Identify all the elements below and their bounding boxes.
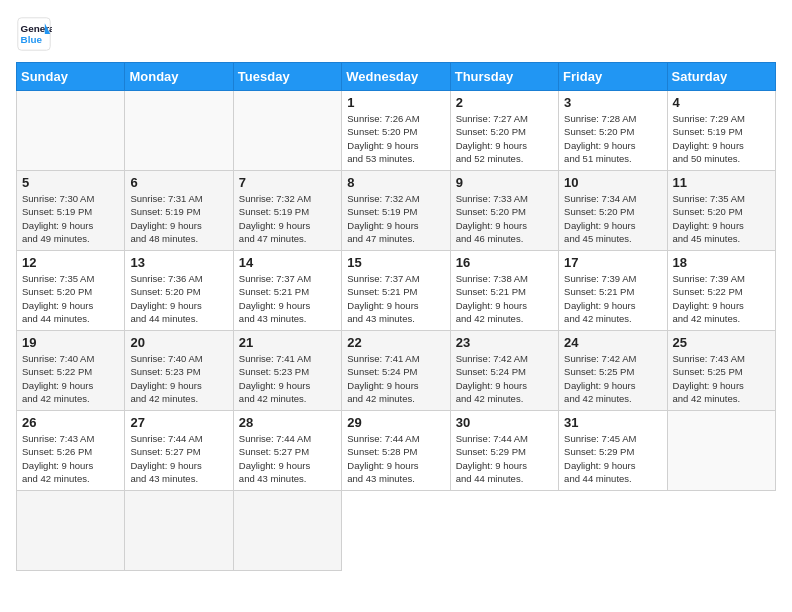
calendar-day: 8Sunrise: 7:32 AM Sunset: 5:19 PM Daylig… xyxy=(342,171,450,251)
calendar-day xyxy=(125,91,233,171)
calendar-day: 13Sunrise: 7:36 AM Sunset: 5:20 PM Dayli… xyxy=(125,251,233,331)
calendar-day: 29Sunrise: 7:44 AM Sunset: 5:28 PM Dayli… xyxy=(342,411,450,491)
day-number: 10 xyxy=(564,175,661,190)
weekday-header-thursday: Thursday xyxy=(450,63,558,91)
day-info: Sunrise: 7:41 AM Sunset: 5:23 PM Dayligh… xyxy=(239,352,336,405)
day-number: 3 xyxy=(564,95,661,110)
calendar-day: 2Sunrise: 7:27 AM Sunset: 5:20 PM Daylig… xyxy=(450,91,558,171)
calendar-day: 9Sunrise: 7:33 AM Sunset: 5:20 PM Daylig… xyxy=(450,171,558,251)
calendar-day: 3Sunrise: 7:28 AM Sunset: 5:20 PM Daylig… xyxy=(559,91,667,171)
calendar-day: 30Sunrise: 7:44 AM Sunset: 5:29 PM Dayli… xyxy=(450,411,558,491)
day-info: Sunrise: 7:45 AM Sunset: 5:29 PM Dayligh… xyxy=(564,432,661,485)
day-number: 31 xyxy=(564,415,661,430)
calendar-day xyxy=(667,411,775,491)
day-info: Sunrise: 7:35 AM Sunset: 5:20 PM Dayligh… xyxy=(22,272,119,325)
calendar-day: 20Sunrise: 7:40 AM Sunset: 5:23 PM Dayli… xyxy=(125,331,233,411)
day-info: Sunrise: 7:40 AM Sunset: 5:22 PM Dayligh… xyxy=(22,352,119,405)
day-number: 5 xyxy=(22,175,119,190)
calendar-day: 18Sunrise: 7:39 AM Sunset: 5:22 PM Dayli… xyxy=(667,251,775,331)
day-info: Sunrise: 7:27 AM Sunset: 5:20 PM Dayligh… xyxy=(456,112,553,165)
day-info: Sunrise: 7:42 AM Sunset: 5:25 PM Dayligh… xyxy=(564,352,661,405)
day-info: Sunrise: 7:40 AM Sunset: 5:23 PM Dayligh… xyxy=(130,352,227,405)
calendar-day xyxy=(233,91,341,171)
day-number: 20 xyxy=(130,335,227,350)
day-number: 21 xyxy=(239,335,336,350)
calendar-day: 28Sunrise: 7:44 AM Sunset: 5:27 PM Dayli… xyxy=(233,411,341,491)
day-info: Sunrise: 7:37 AM Sunset: 5:21 PM Dayligh… xyxy=(239,272,336,325)
day-number: 7 xyxy=(239,175,336,190)
day-number: 13 xyxy=(130,255,227,270)
day-info: Sunrise: 7:36 AM Sunset: 5:20 PM Dayligh… xyxy=(130,272,227,325)
weekday-header-monday: Monday xyxy=(125,63,233,91)
day-info: Sunrise: 7:30 AM Sunset: 5:19 PM Dayligh… xyxy=(22,192,119,245)
calendar-day: 4Sunrise: 7:29 AM Sunset: 5:19 PM Daylig… xyxy=(667,91,775,171)
calendar-day: 12Sunrise: 7:35 AM Sunset: 5:20 PM Dayli… xyxy=(17,251,125,331)
day-number: 16 xyxy=(456,255,553,270)
day-number: 15 xyxy=(347,255,444,270)
weekday-header-wednesday: Wednesday xyxy=(342,63,450,91)
weekday-header-friday: Friday xyxy=(559,63,667,91)
calendar-day: 24Sunrise: 7:42 AM Sunset: 5:25 PM Dayli… xyxy=(559,331,667,411)
day-number: 11 xyxy=(673,175,770,190)
day-number: 6 xyxy=(130,175,227,190)
calendar-day: 17Sunrise: 7:39 AM Sunset: 5:21 PM Dayli… xyxy=(559,251,667,331)
day-info: Sunrise: 7:44 AM Sunset: 5:28 PM Dayligh… xyxy=(347,432,444,485)
day-number: 22 xyxy=(347,335,444,350)
calendar-day xyxy=(17,91,125,171)
calendar-day: 22Sunrise: 7:41 AM Sunset: 5:24 PM Dayli… xyxy=(342,331,450,411)
day-number: 19 xyxy=(22,335,119,350)
day-info: Sunrise: 7:39 AM Sunset: 5:22 PM Dayligh… xyxy=(673,272,770,325)
day-info: Sunrise: 7:38 AM Sunset: 5:21 PM Dayligh… xyxy=(456,272,553,325)
calendar-day: 14Sunrise: 7:37 AM Sunset: 5:21 PM Dayli… xyxy=(233,251,341,331)
day-number: 26 xyxy=(22,415,119,430)
day-number: 8 xyxy=(347,175,444,190)
calendar-day: 15Sunrise: 7:37 AM Sunset: 5:21 PM Dayli… xyxy=(342,251,450,331)
calendar-day: 10Sunrise: 7:34 AM Sunset: 5:20 PM Dayli… xyxy=(559,171,667,251)
day-info: Sunrise: 7:33 AM Sunset: 5:20 PM Dayligh… xyxy=(456,192,553,245)
day-info: Sunrise: 7:44 AM Sunset: 5:27 PM Dayligh… xyxy=(239,432,336,485)
header: General Blue xyxy=(16,16,776,52)
day-number: 17 xyxy=(564,255,661,270)
day-info: Sunrise: 7:28 AM Sunset: 5:20 PM Dayligh… xyxy=(564,112,661,165)
day-number: 12 xyxy=(22,255,119,270)
calendar-day: 16Sunrise: 7:38 AM Sunset: 5:21 PM Dayli… xyxy=(450,251,558,331)
day-info: Sunrise: 7:35 AM Sunset: 5:20 PM Dayligh… xyxy=(673,192,770,245)
day-info: Sunrise: 7:43 AM Sunset: 5:25 PM Dayligh… xyxy=(673,352,770,405)
logo: General Blue xyxy=(16,16,56,52)
day-info: Sunrise: 7:43 AM Sunset: 5:26 PM Dayligh… xyxy=(22,432,119,485)
logo-icon: General Blue xyxy=(16,16,52,52)
day-number: 30 xyxy=(456,415,553,430)
day-info: Sunrise: 7:39 AM Sunset: 5:21 PM Dayligh… xyxy=(564,272,661,325)
day-info: Sunrise: 7:29 AM Sunset: 5:19 PM Dayligh… xyxy=(673,112,770,165)
calendar-day: 21Sunrise: 7:41 AM Sunset: 5:23 PM Dayli… xyxy=(233,331,341,411)
day-info: Sunrise: 7:42 AM Sunset: 5:24 PM Dayligh… xyxy=(456,352,553,405)
weekday-header-tuesday: Tuesday xyxy=(233,63,341,91)
calendar-day: 25Sunrise: 7:43 AM Sunset: 5:25 PM Dayli… xyxy=(667,331,775,411)
calendar-day xyxy=(125,491,233,571)
calendar-day: 5Sunrise: 7:30 AM Sunset: 5:19 PM Daylig… xyxy=(17,171,125,251)
calendar-day: 26Sunrise: 7:43 AM Sunset: 5:26 PM Dayli… xyxy=(17,411,125,491)
day-number: 28 xyxy=(239,415,336,430)
day-info: Sunrise: 7:37 AM Sunset: 5:21 PM Dayligh… xyxy=(347,272,444,325)
day-info: Sunrise: 7:41 AM Sunset: 5:24 PM Dayligh… xyxy=(347,352,444,405)
calendar-day: 11Sunrise: 7:35 AM Sunset: 5:20 PM Dayli… xyxy=(667,171,775,251)
calendar-day: 6Sunrise: 7:31 AM Sunset: 5:19 PM Daylig… xyxy=(125,171,233,251)
calendar-day xyxy=(233,491,341,571)
day-number: 14 xyxy=(239,255,336,270)
day-info: Sunrise: 7:44 AM Sunset: 5:29 PM Dayligh… xyxy=(456,432,553,485)
day-number: 9 xyxy=(456,175,553,190)
day-number: 2 xyxy=(456,95,553,110)
day-info: Sunrise: 7:26 AM Sunset: 5:20 PM Dayligh… xyxy=(347,112,444,165)
day-number: 29 xyxy=(347,415,444,430)
day-number: 25 xyxy=(673,335,770,350)
day-info: Sunrise: 7:44 AM Sunset: 5:27 PM Dayligh… xyxy=(130,432,227,485)
day-number: 4 xyxy=(673,95,770,110)
calendar-day xyxy=(17,491,125,571)
day-number: 27 xyxy=(130,415,227,430)
day-info: Sunrise: 7:34 AM Sunset: 5:20 PM Dayligh… xyxy=(564,192,661,245)
svg-text:Blue: Blue xyxy=(21,34,43,45)
weekday-header-sunday: Sunday xyxy=(17,63,125,91)
calendar-day: 31Sunrise: 7:45 AM Sunset: 5:29 PM Dayli… xyxy=(559,411,667,491)
day-number: 23 xyxy=(456,335,553,350)
day-info: Sunrise: 7:31 AM Sunset: 5:19 PM Dayligh… xyxy=(130,192,227,245)
